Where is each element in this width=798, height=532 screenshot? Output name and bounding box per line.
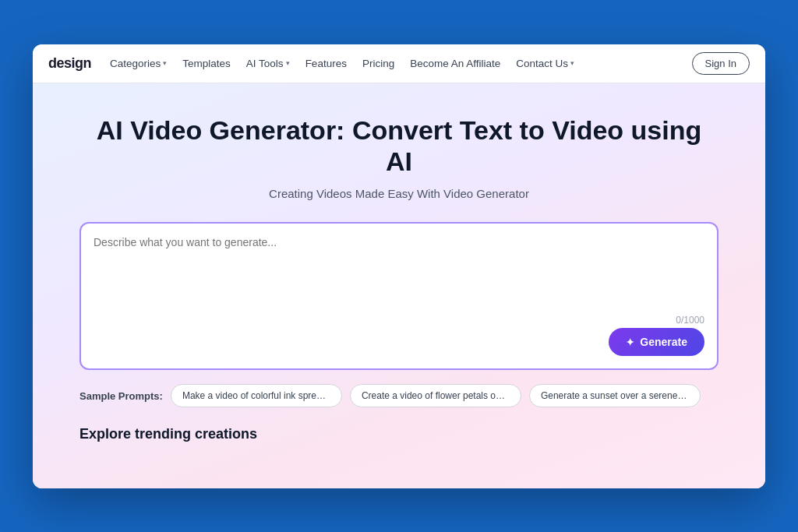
nav-contact[interactable]: Contact Us ▾ <box>516 58 574 69</box>
navbar: design Categories ▾ Templates AI Tools ▾… <box>33 44 765 83</box>
sample-prompts-label: Sample Prompts: <box>79 390 163 402</box>
generate-btn-row: ✦ Generate <box>94 325 704 356</box>
nav-pricing[interactable]: Pricing <box>362 58 394 69</box>
chevron-down-icon: ▾ <box>286 59 290 67</box>
nav-templates[interactable]: Templates <box>182 58 231 69</box>
sample-prompt-1[interactable]: Make a video of colorful ink spreading i… <box>171 384 342 407</box>
main-content: AI Video Generator: Convert Text to Vide… <box>33 83 765 488</box>
explore-section: Explore trending creations <box>79 426 719 442</box>
explore-title: Explore trending creations <box>79 426 719 442</box>
nav-categories[interactable]: Categories ▾ <box>110 58 167 69</box>
sample-prompts-row: Sample Prompts: Make a video of colorful… <box>79 384 719 407</box>
char-count: 0/1000 <box>676 315 704 326</box>
nav-affiliate[interactable]: Become An Affiliate <box>410 58 500 69</box>
chevron-down-icon: ▾ <box>570 59 574 67</box>
generate-button[interactable]: ✦ Generate <box>609 328 704 356</box>
prompt-box: 0/1000 ✦ Generate <box>79 222 719 370</box>
sample-prompt-3[interactable]: Generate a sunset over a serene beach wi… <box>529 384 701 407</box>
chevron-down-icon: ▾ <box>163 59 167 67</box>
hero-title: AI Video Generator: Convert Text to Vide… <box>87 115 711 178</box>
hero-subtitle: Creating Videos Made Easy With Video Gen… <box>269 187 529 200</box>
prompt-textarea[interactable] <box>94 236 704 322</box>
sign-in-button[interactable]: Sign In <box>692 52 750 75</box>
nav-right: Sign In <box>692 52 750 75</box>
nav-ai-tools[interactable]: AI Tools ▾ <box>246 58 290 69</box>
browser-window: design Categories ▾ Templates AI Tools ▾… <box>33 44 765 488</box>
logo: design <box>48 55 91 72</box>
nav-features[interactable]: Features <box>305 58 347 69</box>
sample-prompt-2[interactable]: Create a video of flower petals opening … <box>350 384 521 407</box>
nav-links: Categories ▾ Templates AI Tools ▾ Featur… <box>110 58 673 69</box>
sparkle-icon: ✦ <box>626 336 634 348</box>
